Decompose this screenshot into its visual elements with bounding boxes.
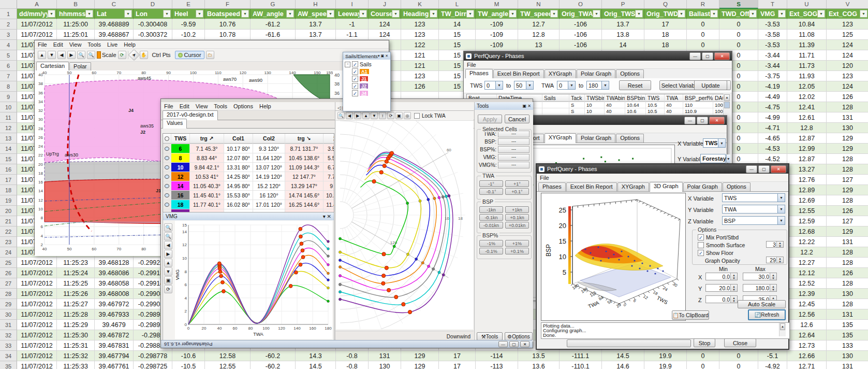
row-number[interactable]: 28: [0, 289, 17, 299]
sheet-cell[interactable]: 11/07/2012: [17, 289, 57, 299]
values-cell[interactable]: 12.07 80°: [224, 153, 253, 162]
sheet-cell[interactable]: 122: [401, 40, 439, 50]
tab-3d-graph[interactable]: 3D Graph: [650, 182, 683, 192]
sheet-cell[interactable]: 128: [827, 154, 868, 164]
sheet-cell[interactable]: 0: [687, 40, 719, 50]
row-number[interactable]: 33: [0, 340, 17, 351]
values-cell[interactable]: 11.45 40.1°: [190, 191, 224, 200]
menu-file[interactable]: File: [540, 175, 549, 181]
row-number[interactable]: 6: [0, 61, 17, 71]
values-cell[interactable]: 10.45 138.6°: [285, 153, 323, 162]
pan-right-icon[interactable]: ▶: [67, 51, 76, 59]
zoom-in-icon[interactable]: 🔍: [164, 223, 172, 232]
sheet-cell[interactable]: 0: [719, 361, 758, 369]
sheet-cell[interactable]: -106: [560, 30, 602, 40]
values-cell[interactable]: 16.25 144.6°: [285, 200, 323, 209]
sheet-cell[interactable]: 11:25:23: [57, 258, 95, 268]
sheet-cell[interactable]: 12.89: [787, 185, 827, 195]
sheet-cell[interactable]: 12.69: [787, 195, 827, 206]
sheet-cell[interactable]: 12.68: [787, 226, 827, 237]
filter-dropdown-icon[interactable]: ▼: [286, 10, 294, 18]
sheet-cell[interactable]: 11:25:30: [57, 330, 95, 340]
y-variable-combo[interactable]: TWA▼: [722, 205, 785, 214]
sheet-cell[interactable]: 131: [827, 309, 868, 320]
column-letter-L[interactable]: L: [439, 0, 476, 9]
row-number[interactable]: 4: [0, 40, 17, 50]
sheet-cell[interactable]: -4.49: [758, 92, 787, 102]
max-Y[interactable]: 180.0▲▼: [743, 284, 777, 292]
sheet-cell[interactable]: 11:25:27: [57, 299, 95, 309]
sheet-cell[interactable]: 11:25:32: [57, 351, 95, 361]
sheet-cell[interactable]: 0: [687, 361, 719, 369]
sheet-cell[interactable]: 12.87: [787, 154, 827, 164]
tab-options[interactable]: Options: [616, 134, 644, 143]
values-cell[interactable]: 13.31 80°: [224, 163, 253, 172]
sheet-cell[interactable]: 39.4679: [95, 320, 134, 330]
row-number[interactable]: 35: [0, 361, 17, 369]
tab-phases[interactable]: Phases: [465, 69, 493, 79]
scale-button[interactable]: Scale: [97, 51, 116, 59]
menu-edit[interactable]: Edit: [53, 41, 63, 48]
column-letter-M[interactable]: M: [476, 0, 518, 9]
sheet-cell[interactable]: 127: [827, 175, 868, 185]
menu-file[interactable]: File: [467, 62, 476, 68]
sheet-cell[interactable]: 12.27: [787, 258, 827, 268]
row-number[interactable]: 15: [0, 154, 17, 164]
row-number[interactable]: 11: [0, 112, 17, 123]
sheet-cell[interactable]: 39.467972: [95, 299, 134, 309]
tab-excel-bin-report[interactable]: Excel Bin Report: [493, 69, 544, 78]
tws-cell[interactable]: 12: [171, 172, 190, 181]
values-cell[interactable]: 14.25 80°: [224, 172, 253, 181]
sheet-cell[interactable]: 12.71: [787, 361, 827, 369]
vmg-panel-buttons[interactable]: ▾ ✕: [323, 214, 331, 219]
polar-tool-icon-7[interactable]: ▣: [395, 112, 403, 119]
sheet-cell[interactable]: 12.56: [787, 309, 827, 320]
sheet-cell[interactable]: 123: [401, 71, 439, 81]
filter-dropdown-icon[interactable]: ▼: [593, 10, 600, 18]
menu-view[interactable]: View: [196, 103, 208, 109]
sheet-cell[interactable]: -9.59: [172, 19, 205, 30]
sheet-cell[interactable]: 124: [369, 30, 401, 40]
sheet-cell[interactable]: 39.467872: [95, 330, 134, 340]
sheet-cell[interactable]: 11/07/2012: [17, 19, 57, 30]
sheet-cell[interactable]: 124: [827, 40, 868, 50]
polar-tool-icon-1[interactable]: ◀: [346, 112, 353, 119]
sheet-cell[interactable]: 126: [401, 81, 439, 92]
sheet-cell[interactable]: 12.61: [787, 112, 827, 123]
adjust-button[interactable]: +1%: [505, 240, 529, 247]
maximize-button[interactable]: ▢: [697, 117, 708, 124]
filter-dropdown-icon[interactable]: ▼: [327, 10, 334, 18]
sheet-cell[interactable]: -109: [476, 40, 518, 50]
values-cell[interactable]: 8.71 131.7°: [285, 144, 323, 153]
min-Z[interactable]: 0.0▲▼: [705, 295, 738, 303]
down-icon[interactable]: ▼: [164, 267, 172, 276]
sheet-cell[interactable]: 129: [827, 144, 868, 154]
pan-up-icon[interactable]: ▲: [38, 51, 46, 59]
sheet-cell[interactable]: 14.6: [602, 361, 644, 369]
row-number[interactable]: 29: [0, 299, 17, 309]
column-letter-A[interactable]: A: [17, 0, 57, 9]
row-number[interactable]: 14: [0, 144, 17, 154]
sheet-cell[interactable]: 13.8: [602, 30, 644, 40]
sheet-cell[interactable]: 0: [687, 19, 719, 30]
sheet-cell[interactable]: 11/07/2012: [17, 340, 57, 351]
tab-polar-graph[interactable]: Polar Graph: [683, 182, 722, 191]
row-number[interactable]: 31: [0, 320, 17, 330]
row-number[interactable]: 2: [0, 19, 17, 30]
to-clipboard-button[interactable]: 📋 To ClipBoard: [672, 310, 709, 320]
sails-checkbox[interactable]: ✓: [352, 61, 358, 67]
polar-tool-icon-8[interactable]: ◎: [404, 112, 411, 119]
menu-tools[interactable]: Tools: [214, 103, 227, 109]
sheet-cell[interactable]: 11/07/2012: [17, 268, 57, 278]
values-cell[interactable]: 9.84 42.1°: [190, 163, 224, 172]
filter-dropdown-icon[interactable]: ▼: [860, 10, 867, 18]
values-cell[interactable]: 14.95 80°: [224, 181, 253, 190]
sheet-cell[interactable]: 39.468008: [95, 289, 134, 299]
close-button[interactable]: ✕: [771, 165, 786, 173]
row-number[interactable]: 26: [0, 268, 17, 278]
row-number[interactable]: 22: [0, 226, 17, 237]
perfquery1-titlebar[interactable]: PerfQuery - Phases — ▢ ✕: [464, 51, 732, 61]
sheet-cell[interactable]: 12.87: [787, 133, 827, 144]
tws-cell[interactable]: 16: [171, 191, 190, 200]
menu-help[interactable]: Help: [259, 103, 271, 109]
